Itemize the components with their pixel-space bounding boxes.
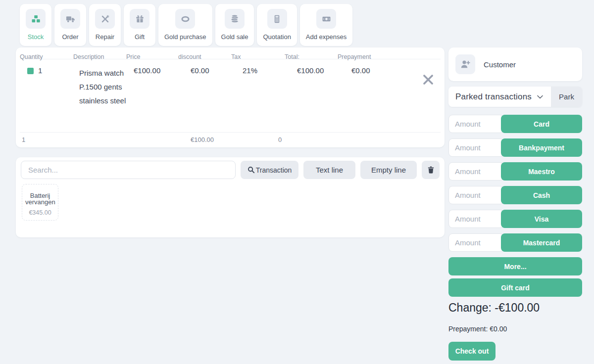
toolbar-button-repair[interactable]: Repair [89, 4, 121, 46]
toolbar-button-order[interactable]: Order [54, 4, 86, 46]
toolbar-label: Stock [28, 33, 44, 41]
toolbar-button-gold-purchase[interactable]: Gold purchase [158, 4, 212, 46]
amount-input-cash[interactable] [448, 186, 504, 204]
remove-line-button[interactable] [422, 73, 435, 86]
cart-summary-row: 1 €100.00 0 [20, 132, 441, 147]
line-description: Prisma watch P.1500 gents stainless stee… [73, 66, 126, 108]
payment-methods: Card Bankpayment Maestro Cash Visa Maste… [448, 115, 582, 252]
delete-button[interactable] [422, 161, 440, 179]
parked-transactions-row: Parked transactions Park [448, 87, 582, 107]
toolbar-label: Quotation [263, 33, 291, 41]
summary-amount: €100.00 [191, 133, 214, 147]
toolbar-label: Gold sale [221, 33, 248, 41]
mastercard-payment-button[interactable]: Mastercard [501, 233, 582, 252]
payment-row-visa: Visa [448, 210, 582, 228]
amount-input-visa[interactable] [448, 210, 504, 228]
coins-icon [225, 9, 245, 29]
payment-sidebar: Customer Parked transactions Park Card B… [448, 47, 582, 361]
card-payment-button[interactable]: Card [501, 115, 582, 133]
prepayment-amount: Prepayment: €0.00 [448, 325, 582, 333]
toolbar-button-gift[interactable]: Gift [124, 4, 155, 46]
line-prepayment: €0.00 [338, 66, 397, 108]
customer-label: Customer [484, 60, 516, 69]
change-amount: Change: -€100.00 [448, 301, 582, 315]
line-tax: 21% [231, 66, 285, 108]
line-total: €100.00 [285, 66, 338, 108]
toolbar-label: Gift [135, 33, 145, 41]
cart-panel: Quantity Description Price discount Tax … [16, 47, 445, 147]
cash-payment-button[interactable]: Cash [501, 186, 582, 204]
payment-row-card: Card [448, 115, 582, 133]
add-user-icon [455, 54, 475, 74]
summary-quantity: 1 [22, 133, 25, 147]
transaction-button[interactable]: Transaction [241, 161, 298, 179]
customer-select[interactable]: Customer [448, 47, 582, 81]
toolbar-label: Add expenses [306, 33, 346, 41]
catalog-panel: Transaction Text line Empty line Batteri… [16, 157, 445, 237]
bankpayment-payment-button[interactable]: Bankpayment [501, 138, 582, 157]
top-toolbar: Stock Order Repair Gift Gold purchase Go… [20, 4, 352, 46]
calculator-icon [267, 9, 287, 29]
toolbar-button-add-expenses[interactable]: Add expenses [300, 4, 352, 46]
payment-row-maestro: Maestro [448, 162, 582, 181]
gift-card-button[interactable]: Gift card [448, 278, 582, 297]
park-button[interactable]: Park [551, 87, 582, 107]
chevron-down-icon [537, 95, 543, 99]
search-icon [248, 166, 255, 174]
amount-input-bankpayment[interactable] [448, 138, 504, 157]
tools-icon [95, 9, 115, 29]
more-payment-methods-button[interactable]: More... [448, 257, 582, 275]
payment-row-mastercard: Mastercard [448, 233, 582, 252]
close-icon [422, 73, 435, 86]
empty-line-button[interactable]: Empty line [360, 161, 417, 179]
toolbar-label: Gold purchase [164, 33, 206, 41]
line-quantity-cell: 1 [20, 66, 73, 108]
truck-icon [60, 9, 80, 29]
check-out-button[interactable]: Check out [448, 342, 495, 361]
amount-input-mastercard[interactable] [448, 233, 504, 252]
visa-payment-button[interactable]: Visa [501, 210, 582, 228]
product-name: Batterij vervangen [25, 192, 55, 205]
text-line-button[interactable]: Text line [303, 161, 355, 179]
search-input[interactable] [21, 161, 236, 179]
toolbar-button-quotation[interactable]: Quotation [257, 4, 297, 46]
amount-input-maestro[interactable] [448, 162, 504, 181]
line-color-swatch [27, 68, 34, 74]
ring-icon [175, 9, 195, 29]
cart-line-item: 1 Prisma watch P.1500 gents stainless st… [16, 59, 445, 108]
line-discount: €0.00 [178, 66, 231, 108]
product-card-batterij-vervangen[interactable]: Batterij vervangen €345.00 [22, 184, 58, 221]
amount-input-card[interactable] [448, 115, 504, 133]
stock-boxes-icon [26, 9, 46, 29]
line-price: €100.00 [126, 66, 178, 108]
parked-transactions-label: Parked transactions [455, 92, 532, 102]
toolbar-button-gold-sale[interactable]: Gold sale [215, 4, 254, 46]
toolbar-label: Order [62, 33, 78, 41]
transaction-button-label: Transaction [256, 166, 292, 174]
toolbar-button-stock[interactable]: Stock [20, 4, 51, 46]
maestro-payment-button[interactable]: Maestro [501, 162, 582, 181]
cart-header-row: Quantity Description Price discount Tax … [16, 47, 445, 59]
payment-row-cash: Cash [448, 186, 582, 204]
line-quantity: 1 [38, 66, 42, 75]
payment-row-bankpayment: Bankpayment [448, 138, 582, 157]
toolbar-label: Repair [96, 33, 114, 41]
summary-count: 0 [278, 133, 282, 147]
banknote-icon [316, 9, 336, 29]
gift-icon [130, 9, 149, 29]
product-price: €345.00 [25, 209, 55, 216]
trash-icon [427, 166, 435, 174]
parked-transactions-dropdown[interactable]: Parked transactions [448, 87, 551, 107]
